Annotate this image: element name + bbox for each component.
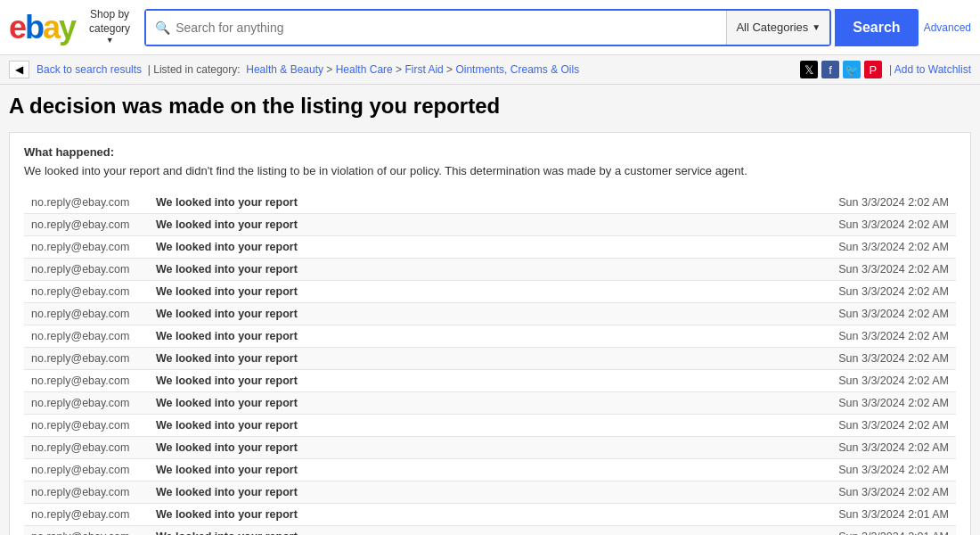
email-date: Sun 3/3/2024 2:02 AM bbox=[813, 192, 956, 214]
email-date: Sun 3/3/2024 2:02 AM bbox=[813, 370, 956, 392]
email-date: Sun 3/3/2024 2:02 AM bbox=[813, 236, 956, 259]
search-container: 🔍 All Categories ▼ bbox=[144, 9, 831, 46]
search-button[interactable]: Search bbox=[835, 9, 918, 46]
chevron-down-icon: ▼ bbox=[812, 22, 821, 32]
table-row: no.reply@ebay.com We looked into your re… bbox=[24, 459, 956, 482]
breadcrumb-ointments[interactable]: Ointments, Creams & Oils bbox=[455, 63, 579, 76]
email-date: Sun 3/3/2024 2:02 AM bbox=[813, 281, 956, 303]
back-button[interactable]: ◀ bbox=[9, 61, 29, 78]
table-row: no.reply@ebay.com We looked into your re… bbox=[24, 348, 956, 370]
email-subject: We looked into your report bbox=[149, 392, 813, 415]
email-subject: We looked into your report bbox=[149, 236, 813, 259]
twitter-x-icon[interactable]: 𝕏 bbox=[800, 61, 818, 78]
email-from: no.reply@ebay.com bbox=[24, 259, 149, 281]
breadcrumb-sep1: > bbox=[326, 63, 335, 76]
email-date: Sun 3/3/2024 2:02 AM bbox=[813, 415, 956, 437]
table-row: no.reply@ebay.com We looked into your re… bbox=[24, 482, 956, 504]
twitter-icon[interactable]: 🐦 bbox=[843, 61, 861, 78]
report-card: What happened: We looked into your repor… bbox=[9, 132, 971, 535]
email-from: no.reply@ebay.com bbox=[24, 192, 149, 214]
table-row: no.reply@ebay.com We looked into your re… bbox=[24, 192, 956, 214]
search-icon: 🔍 bbox=[155, 21, 170, 35]
page-title: A decision was made on the listing you r… bbox=[9, 94, 971, 119]
email-date: Sun 3/3/2024 2:02 AM bbox=[813, 437, 956, 459]
breadcrumb: Back to search results | Listed in categ… bbox=[37, 63, 579, 76]
table-row: no.reply@ebay.com We looked into your re… bbox=[24, 526, 956, 535]
email-date: Sun 3/3/2024 2:01 AM bbox=[813, 504, 956, 526]
email-subject: We looked into your report bbox=[149, 214, 813, 236]
breadcrumb-sep3: > bbox=[446, 63, 455, 76]
email-subject: We looked into your report bbox=[149, 259, 813, 281]
email-subject: We looked into your report bbox=[149, 482, 813, 504]
email-from: no.reply@ebay.com bbox=[24, 303, 149, 325]
email-from: no.reply@ebay.com bbox=[24, 459, 149, 482]
email-subject: We looked into your report bbox=[149, 415, 813, 437]
email-date: Sun 3/3/2024 2:02 AM bbox=[813, 459, 956, 482]
table-row: no.reply@ebay.com We looked into your re… bbox=[24, 214, 956, 236]
header: ebay Shop by category ▼ 🔍 All Categories… bbox=[0, 0, 980, 55]
category-dropdown[interactable]: All Categories ▼ bbox=[726, 11, 829, 45]
email-date: Sun 3/3/2024 2:02 AM bbox=[813, 259, 956, 281]
email-subject: We looked into your report bbox=[149, 437, 813, 459]
email-from: no.reply@ebay.com bbox=[24, 437, 149, 459]
main-content: A decision was made on the listing you r… bbox=[0, 85, 980, 535]
facebook-icon[interactable]: f bbox=[821, 61, 839, 78]
email-from: no.reply@ebay.com bbox=[24, 281, 149, 303]
shop-category-button[interactable]: Shop by category ▼ bbox=[84, 4, 135, 50]
email-date: Sun 3/3/2024 2:02 AM bbox=[813, 392, 956, 415]
email-from: no.reply@ebay.com bbox=[24, 214, 149, 236]
pinterest-icon[interactable]: P bbox=[864, 61, 882, 78]
shop-by-label: Shop by bbox=[90, 8, 129, 22]
email-from: no.reply@ebay.com bbox=[24, 325, 149, 348]
email-subject: We looked into your report bbox=[149, 303, 813, 325]
table-row: no.reply@ebay.com We looked into your re… bbox=[24, 259, 956, 281]
email-date: Sun 3/3/2024 2:02 AM bbox=[813, 214, 956, 236]
email-date: Sun 3/3/2024 2:02 AM bbox=[813, 482, 956, 504]
email-subject: We looked into your report bbox=[149, 348, 813, 370]
search-input-wrapper: 🔍 bbox=[146, 11, 726, 45]
email-date: Sun 3/3/2024 2:01 AM bbox=[813, 526, 956, 535]
email-from: no.reply@ebay.com bbox=[24, 348, 149, 370]
social-icons: 𝕏 f 🐦 P | Add to Watchlist bbox=[800, 61, 971, 78]
email-subject: We looked into your report bbox=[149, 192, 813, 214]
email-date: Sun 3/3/2024 2:02 AM bbox=[813, 325, 956, 348]
email-subject: We looked into your report bbox=[149, 526, 813, 535]
email-from: no.reply@ebay.com bbox=[24, 526, 149, 535]
advanced-link[interactable]: Advanced bbox=[924, 21, 971, 34]
email-table-container: no.reply@ebay.com We looked into your re… bbox=[24, 192, 956, 535]
email-date: Sun 3/3/2024 2:02 AM bbox=[813, 348, 956, 370]
email-subject: We looked into your report bbox=[149, 281, 813, 303]
email-from: no.reply@ebay.com bbox=[24, 236, 149, 259]
search-input[interactable] bbox=[176, 21, 717, 35]
table-row: no.reply@ebay.com We looked into your re… bbox=[24, 437, 956, 459]
what-happened-text: We looked into your report and didn't fi… bbox=[24, 162, 956, 180]
email-subject: We looked into your report bbox=[149, 370, 813, 392]
table-row: no.reply@ebay.com We looked into your re… bbox=[24, 303, 956, 325]
email-from: no.reply@ebay.com bbox=[24, 392, 149, 415]
category-dropdown-label: All Categories bbox=[736, 21, 808, 34]
email-from: no.reply@ebay.com bbox=[24, 482, 149, 504]
category-label: category bbox=[89, 22, 130, 37]
table-row: no.reply@ebay.com We looked into your re… bbox=[24, 392, 956, 415]
breadcrumb-health-care[interactable]: Health Care bbox=[336, 63, 393, 76]
email-date: Sun 3/3/2024 2:02 AM bbox=[813, 303, 956, 325]
breadcrumb-bar: ◀ Back to search results | Listed in cat… bbox=[0, 55, 980, 85]
email-subject: We looked into your report bbox=[149, 459, 813, 482]
table-row: no.reply@ebay.com We looked into your re… bbox=[24, 370, 956, 392]
table-row: no.reply@ebay.com We looked into your re… bbox=[24, 415, 956, 437]
breadcrumb-health-beauty[interactable]: Health & Beauty bbox=[246, 63, 323, 76]
add-to-watchlist-link[interactable]: | Add to Watchlist bbox=[889, 63, 971, 76]
table-row: no.reply@ebay.com We looked into your re… bbox=[24, 281, 956, 303]
ebay-logo[interactable]: ebay bbox=[9, 12, 75, 44]
email-table: no.reply@ebay.com We looked into your re… bbox=[24, 192, 956, 535]
table-row: no.reply@ebay.com We looked into your re… bbox=[24, 504, 956, 526]
breadcrumb-first-aid[interactable]: First Aid bbox=[404, 63, 443, 76]
listed-in-label: | Listed in category: bbox=[144, 63, 243, 76]
email-from: no.reply@ebay.com bbox=[24, 504, 149, 526]
email-from: no.reply@ebay.com bbox=[24, 415, 149, 437]
email-from: no.reply@ebay.com bbox=[24, 370, 149, 392]
back-to-results-link[interactable]: Back to search results bbox=[37, 63, 142, 76]
table-row: no.reply@ebay.com We looked into your re… bbox=[24, 236, 956, 259]
email-subject: We looked into your report bbox=[149, 325, 813, 348]
table-row: no.reply@ebay.com We looked into your re… bbox=[24, 325, 956, 348]
